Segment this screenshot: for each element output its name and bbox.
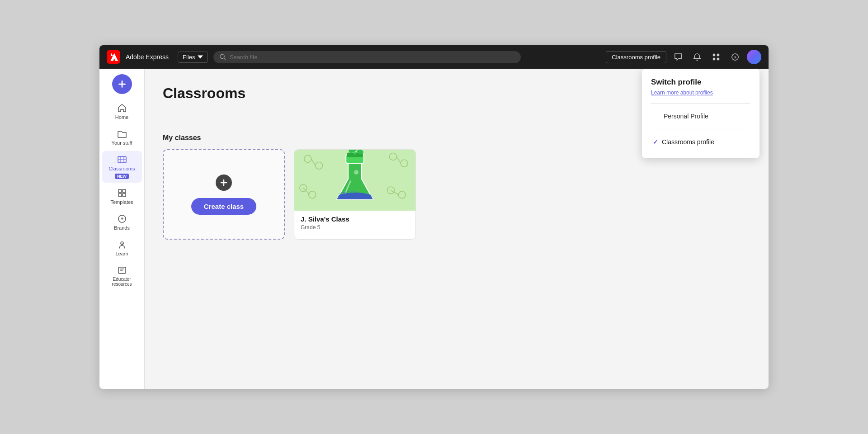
profile-divider-2 xyxy=(651,129,750,129)
classrooms-profile-label: Classrooms profile xyxy=(662,138,714,146)
svg-point-16 xyxy=(122,243,123,244)
sidebar-item-home[interactable]: Home xyxy=(102,99,142,123)
learn-more-link[interactable]: Learn more about profiles xyxy=(651,90,750,96)
search-icon xyxy=(220,54,226,60)
your-stuff-label: Your stuff xyxy=(112,140,132,146)
svg-rect-13 xyxy=(123,193,126,197)
classrooms-profile-option[interactable]: ✓ Classrooms profile xyxy=(651,135,750,149)
templates-label: Templates xyxy=(110,199,133,205)
learn-icon xyxy=(117,240,127,250)
folder-icon xyxy=(117,129,127,139)
new-badge: NEW xyxy=(115,174,129,179)
switch-profile-dropdown: Switch profile Learn more about profiles… xyxy=(642,69,760,158)
svg-rect-5 xyxy=(713,58,715,60)
switch-profile-title: Switch profile xyxy=(651,78,750,87)
personal-profile-option[interactable]: Personal Profile xyxy=(651,109,750,123)
sidebar-item-brands[interactable]: Brands xyxy=(102,210,142,234)
sidebar-item-templates[interactable]: Templates xyxy=(102,184,142,208)
search-bar xyxy=(213,51,521,63)
create-class-card[interactable]: Create class xyxy=(163,149,285,240)
adobe-logo xyxy=(107,50,120,64)
create-class-plus-icon xyxy=(216,175,232,191)
create-class-button[interactable]: Create class xyxy=(191,198,256,215)
classrooms-profile-button[interactable]: Classrooms profile xyxy=(606,51,666,63)
class-card-grade-silva: Grade 5 xyxy=(301,224,409,231)
classes-grid: Create class xyxy=(163,149,750,240)
svg-rect-10 xyxy=(118,189,122,193)
help-icon-button[interactable]: ? xyxy=(728,50,742,64)
app-name: Adobe Express xyxy=(126,53,169,61)
svg-rect-11 xyxy=(123,189,126,193)
main-content: Classrooms Create assignment My classes xyxy=(145,69,769,389)
brands-label: Brands xyxy=(114,225,130,231)
templates-icon xyxy=(117,188,127,198)
sidebar: Home Your stuff Classrooms NEW xyxy=(99,69,145,389)
brands-icon xyxy=(117,214,127,224)
learn-label: Learn xyxy=(115,251,128,256)
add-button[interactable] xyxy=(112,74,132,94)
home-icon xyxy=(117,103,127,113)
svg-point-2 xyxy=(697,60,698,61)
home-label: Home xyxy=(115,114,128,120)
educator-icon xyxy=(117,265,127,275)
files-dropdown[interactable]: Files xyxy=(178,52,208,63)
class-card-silva[interactable]: J. Silva's Class Grade 5 xyxy=(294,149,416,240)
sidebar-item-classrooms[interactable]: Classrooms NEW xyxy=(102,151,142,183)
svg-point-32 xyxy=(354,170,359,175)
search-input[interactable] xyxy=(230,54,514,61)
apps-icon-button[interactable] xyxy=(709,50,723,64)
personal-profile-label: Personal Profile xyxy=(664,113,708,120)
classrooms-profile-checkmark: ✓ xyxy=(653,138,658,146)
user-avatar[interactable] xyxy=(747,50,761,64)
svg-rect-12 xyxy=(118,193,122,197)
svg-line-1 xyxy=(224,58,226,60)
sidebar-item-learn[interactable]: Learn xyxy=(102,236,142,260)
sidebar-item-educator-resources[interactable]: Educator resources xyxy=(102,262,142,290)
plus-icon xyxy=(220,179,228,187)
svg-rect-6 xyxy=(717,58,719,60)
class-card-info-silva: J. Silva's Class Grade 5 xyxy=(294,211,415,235)
class-card-name-silva: J. Silva's Class xyxy=(301,215,409,223)
chat-icon-button[interactable] xyxy=(671,50,685,64)
personal-profile-checkmark-placeholder xyxy=(653,113,660,120)
class-card-image-silva xyxy=(294,150,415,211)
profile-divider xyxy=(651,103,750,104)
svg-text:?: ? xyxy=(734,55,736,60)
notifications-icon-button[interactable] xyxy=(690,50,704,64)
svg-point-0 xyxy=(220,54,224,58)
sidebar-item-your-stuff[interactable]: Your stuff xyxy=(102,125,142,149)
classrooms-icon xyxy=(117,155,127,165)
svg-rect-4 xyxy=(717,54,719,56)
classrooms-label: Classrooms xyxy=(108,166,135,171)
svg-rect-17 xyxy=(118,267,126,274)
educator-resources-label: Educator resources xyxy=(107,277,137,287)
header: Adobe Express Files Classrooms profile xyxy=(99,45,769,69)
svg-rect-3 xyxy=(713,54,715,56)
class-card-illustration xyxy=(294,150,415,211)
body: Home Your stuff Classrooms NEW xyxy=(99,69,769,389)
header-right: Classrooms profile xyxy=(606,50,761,64)
